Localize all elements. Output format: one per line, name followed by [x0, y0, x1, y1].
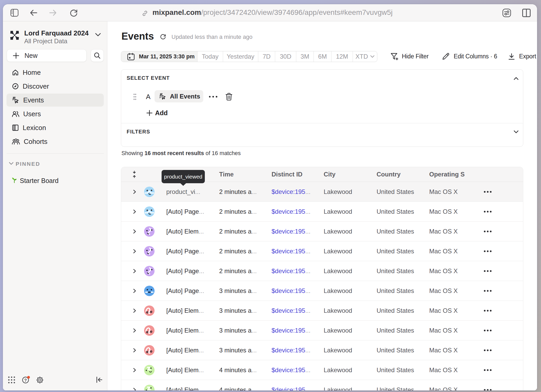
svg-text:?: ? [24, 378, 27, 383]
